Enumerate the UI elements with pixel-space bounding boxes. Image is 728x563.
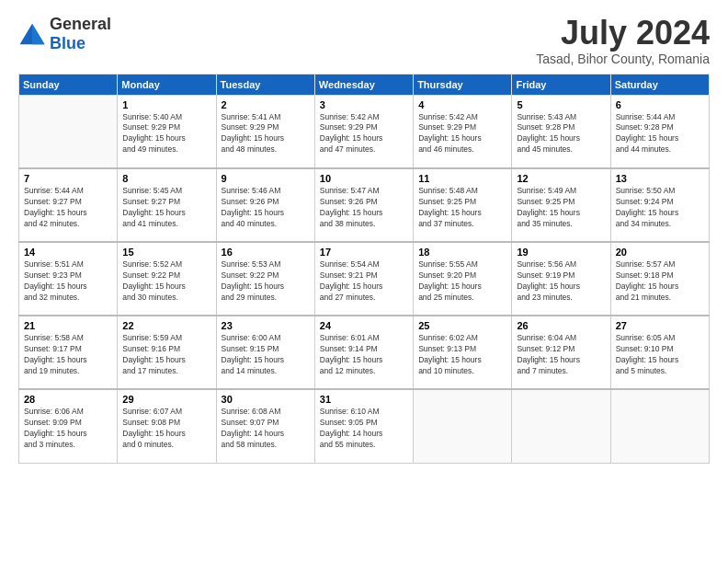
day-info: Sunrise: 5:48 AM Sunset: 9:25 PM Dayligh… (418, 186, 506, 230)
calendar-cell: 5Sunrise: 5:43 AM Sunset: 9:28 PM Daylig… (512, 95, 610, 168)
day-number: 14 (24, 247, 112, 258)
day-info: Sunrise: 6:02 AM Sunset: 9:13 PM Dayligh… (418, 333, 506, 377)
day-info: Sunrise: 5:44 AM Sunset: 9:27 PM Dayligh… (24, 186, 112, 230)
day-info: Sunrise: 6:10 AM Sunset: 9:05 PM Dayligh… (320, 407, 408, 451)
calendar-cell (19, 95, 118, 168)
day-number: 16 (222, 247, 310, 258)
day-info: Sunrise: 5:55 AM Sunset: 9:20 PM Dayligh… (418, 259, 506, 304)
calendar-cell: 13Sunrise: 5:50 AM Sunset: 9:24 PM Dayli… (610, 168, 709, 242)
calendar-cell: 18Sunrise: 5:55 AM Sunset: 9:20 PM Dayli… (414, 242, 512, 316)
calendar-cell: 8Sunrise: 5:45 AM Sunset: 9:27 PM Daylig… (118, 168, 216, 242)
calendar-cell (414, 389, 512, 463)
day-info: Sunrise: 5:40 AM Sunset: 9:29 PM Dayligh… (122, 112, 210, 156)
weekday-header-thursday: Thursday (414, 74, 512, 95)
day-info: Sunrise: 6:07 AM Sunset: 9:08 PM Dayligh… (122, 407, 210, 451)
day-number: 9 (222, 173, 310, 184)
day-number: 18 (418, 247, 506, 258)
calendar-cell: 31Sunrise: 6:10 AM Sunset: 9:05 PM Dayli… (314, 389, 413, 463)
day-info: Sunrise: 5:54 AM Sunset: 9:21 PM Dayligh… (320, 259, 408, 304)
calendar-cell: 20Sunrise: 5:57 AM Sunset: 9:18 PM Dayli… (610, 242, 709, 316)
day-info: Sunrise: 6:01 AM Sunset: 9:14 PM Dayligh… (320, 333, 408, 377)
day-info: Sunrise: 5:51 AM Sunset: 9:23 PM Dayligh… (24, 259, 112, 304)
day-number: 25 (418, 320, 506, 331)
calendar-cell: 10Sunrise: 5:47 AM Sunset: 9:26 PM Dayli… (314, 168, 413, 242)
weekday-header-wednesday: Wednesday (314, 74, 413, 95)
day-number: 2 (222, 99, 310, 110)
day-number: 23 (222, 320, 310, 331)
day-info: Sunrise: 5:44 AM Sunset: 9:28 PM Dayligh… (616, 112, 704, 156)
weekday-header-row: SundayMondayTuesdayWednesdayThursdayFrid… (19, 74, 710, 95)
page: General Blue July 2024 Tasad, Bihor Coun… (0, 0, 728, 563)
day-number: 28 (24, 394, 112, 405)
day-info: Sunrise: 5:58 AM Sunset: 9:17 PM Dayligh… (24, 333, 112, 377)
week-row-2: 7Sunrise: 5:44 AM Sunset: 9:27 PM Daylig… (19, 168, 710, 242)
day-info: Sunrise: 6:08 AM Sunset: 9:07 PM Dayligh… (222, 407, 310, 451)
day-info: Sunrise: 6:05 AM Sunset: 9:10 PM Dayligh… (616, 333, 704, 377)
day-info: Sunrise: 5:57 AM Sunset: 9:18 PM Dayligh… (616, 259, 704, 304)
day-number: 29 (122, 394, 210, 405)
weekday-header-tuesday: Tuesday (216, 74, 314, 95)
day-number: 4 (418, 99, 506, 110)
day-number: 1 (122, 99, 210, 110)
header: General Blue July 2024 Tasad, Bihor Coun… (18, 15, 710, 66)
day-info: Sunrise: 6:00 AM Sunset: 9:15 PM Dayligh… (222, 333, 310, 377)
day-info: Sunrise: 5:47 AM Sunset: 9:26 PM Dayligh… (320, 186, 408, 230)
calendar-cell (512, 389, 610, 463)
calendar-cell: 16Sunrise: 5:53 AM Sunset: 9:22 PM Dayli… (216, 242, 314, 316)
calendar-cell: 24Sunrise: 6:01 AM Sunset: 9:14 PM Dayli… (314, 316, 413, 389)
calendar-cell: 27Sunrise: 6:05 AM Sunset: 9:10 PM Dayli… (610, 316, 709, 389)
day-number: 12 (517, 173, 605, 184)
day-info: Sunrise: 5:42 AM Sunset: 9:29 PM Dayligh… (418, 112, 506, 156)
day-number: 26 (517, 320, 605, 331)
day-number: 21 (24, 320, 112, 331)
day-number: 31 (320, 394, 408, 405)
logo: General Blue (18, 15, 111, 53)
day-number: 8 (122, 173, 210, 184)
day-number: 17 (320, 247, 408, 258)
svg-marker-1 (32, 24, 45, 45)
day-info: Sunrise: 5:41 AM Sunset: 9:29 PM Dayligh… (222, 112, 310, 156)
day-info: Sunrise: 6:06 AM Sunset: 9:09 PM Dayligh… (24, 407, 112, 451)
calendar-cell: 4Sunrise: 5:42 AM Sunset: 9:29 PM Daylig… (414, 95, 512, 168)
month-title: July 2024 (536, 15, 710, 52)
day-number: 24 (320, 320, 408, 331)
calendar-cell: 1Sunrise: 5:40 AM Sunset: 9:29 PM Daylig… (118, 95, 216, 168)
calendar-cell: 19Sunrise: 5:56 AM Sunset: 9:19 PM Dayli… (512, 242, 610, 316)
calendar-cell: 22Sunrise: 5:59 AM Sunset: 9:16 PM Dayli… (118, 316, 216, 389)
calendar-cell: 7Sunrise: 5:44 AM Sunset: 9:27 PM Daylig… (19, 168, 118, 242)
calendar-cell: 30Sunrise: 6:08 AM Sunset: 9:07 PM Dayli… (216, 389, 314, 463)
day-number: 19 (517, 247, 605, 258)
day-number: 11 (418, 173, 506, 184)
day-number: 10 (320, 173, 408, 184)
calendar-cell: 9Sunrise: 5:46 AM Sunset: 9:26 PM Daylig… (216, 168, 314, 242)
week-row-1: 1Sunrise: 5:40 AM Sunset: 9:29 PM Daylig… (19, 95, 710, 168)
title-area: July 2024 Tasad, Bihor County, Romania (536, 15, 710, 66)
logo-general: General (50, 15, 111, 33)
logo-icon (18, 20, 46, 48)
day-info: Sunrise: 5:45 AM Sunset: 9:27 PM Dayligh… (122, 186, 210, 230)
day-number: 15 (122, 247, 210, 258)
day-number: 20 (616, 247, 704, 258)
day-info: Sunrise: 5:53 AM Sunset: 9:22 PM Dayligh… (222, 259, 310, 304)
weekday-header-sunday: Sunday (19, 74, 118, 95)
calendar-cell: 26Sunrise: 6:04 AM Sunset: 9:12 PM Dayli… (512, 316, 610, 389)
day-info: Sunrise: 5:46 AM Sunset: 9:26 PM Dayligh… (222, 186, 310, 230)
week-row-5: 28Sunrise: 6:06 AM Sunset: 9:09 PM Dayli… (19, 389, 710, 463)
weekday-header-saturday: Saturday (610, 74, 709, 95)
weekday-header-friday: Friday (512, 74, 610, 95)
day-info: Sunrise: 5:49 AM Sunset: 9:25 PM Dayligh… (517, 186, 605, 230)
calendar-cell: 21Sunrise: 5:58 AM Sunset: 9:17 PM Dayli… (19, 316, 118, 389)
day-number: 6 (616, 99, 704, 110)
calendar-table: SundayMondayTuesdayWednesdayThursdayFrid… (18, 74, 710, 464)
logo-blue: Blue (50, 34, 85, 52)
calendar-cell: 29Sunrise: 6:07 AM Sunset: 9:08 PM Dayli… (118, 389, 216, 463)
day-number: 7 (24, 173, 112, 184)
day-info: Sunrise: 5:59 AM Sunset: 9:16 PM Dayligh… (122, 333, 210, 377)
day-number: 27 (616, 320, 704, 331)
calendar-cell: 25Sunrise: 6:02 AM Sunset: 9:13 PM Dayli… (414, 316, 512, 389)
day-info: Sunrise: 6:04 AM Sunset: 9:12 PM Dayligh… (517, 333, 605, 377)
day-info: Sunrise: 5:50 AM Sunset: 9:24 PM Dayligh… (616, 186, 704, 230)
calendar-cell: 3Sunrise: 5:42 AM Sunset: 9:29 PM Daylig… (314, 95, 413, 168)
calendar-cell: 6Sunrise: 5:44 AM Sunset: 9:28 PM Daylig… (610, 95, 709, 168)
day-info: Sunrise: 5:56 AM Sunset: 9:19 PM Dayligh… (517, 259, 605, 304)
